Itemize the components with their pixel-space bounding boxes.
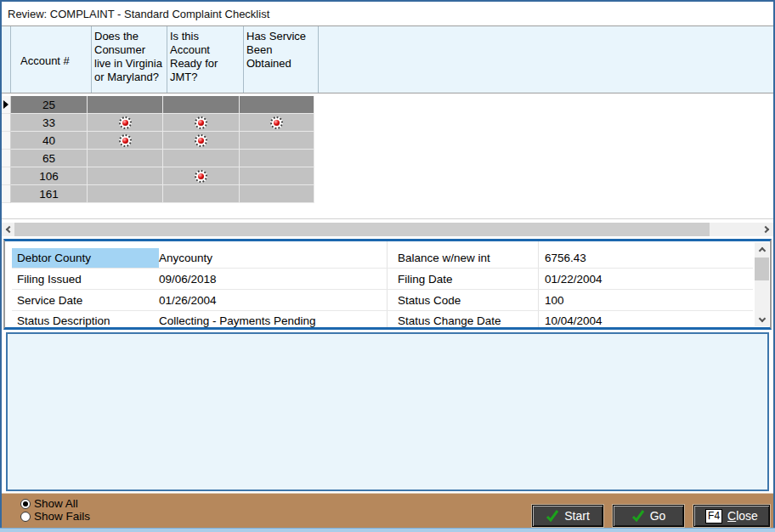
table-row[interactable]: 40 xyxy=(2,132,316,150)
start-button[interactable]: Start xyxy=(532,505,603,527)
vertical-scrollbar[interactable] xyxy=(755,242,769,326)
detail-field-value[interactable]: 01/22/2004 xyxy=(545,273,602,286)
target-icon xyxy=(119,116,132,129)
flag-cell[interactable] xyxy=(240,132,314,150)
detail-field-value[interactable]: 09/06/2018 xyxy=(159,273,217,286)
horizontal-scrollbar-thumb[interactable] xyxy=(14,223,710,236)
footer-bar: Show All Show Fails Start Go F4 Close xyxy=(2,493,773,528)
window-border xyxy=(0,528,775,532)
detail-field-label[interactable]: Filing Date xyxy=(398,273,453,286)
horizontal-scrollbar[interactable] xyxy=(2,223,773,236)
row-selector-header xyxy=(2,26,11,93)
f4-key-badge: F4 xyxy=(705,509,722,524)
account-cell[interactable]: 65 xyxy=(11,150,88,167)
detail-field-value[interactable]: 01/26/2004 xyxy=(159,294,217,307)
flag-cell[interactable] xyxy=(163,132,240,150)
radio-label: Show Fails xyxy=(34,510,90,523)
detail-field-label[interactable]: Status Description xyxy=(12,311,159,331)
flag-cell[interactable] xyxy=(88,167,163,185)
check-icon xyxy=(546,510,559,522)
detail-row: Debtor County Anycounty Balance w/new in… xyxy=(5,247,753,269)
vertical-scrollbar-thumb[interactable] xyxy=(755,258,769,280)
title-bar: Review: COMPLAINT - Standard Complaint C… xyxy=(2,2,773,25)
flag-cell[interactable] xyxy=(240,185,314,203)
scroll-up-icon[interactable] xyxy=(755,242,769,256)
grid-bottom-divider xyxy=(2,218,773,219)
row-selector-cell[interactable] xyxy=(2,167,11,185)
detail-field-label[interactable]: Filing Issued xyxy=(12,269,159,289)
detail-field-label[interactable]: Balance w/new int xyxy=(398,252,490,264)
radio-show-all[interactable]: Show All xyxy=(20,497,78,510)
detail-field-value[interactable]: 100 xyxy=(545,294,564,307)
column-header-service-obtained: Has Service Been Obtained xyxy=(244,26,319,93)
column-header-ready-jmt: Is this Account Ready for JMT? xyxy=(167,26,244,93)
column-header-account: Account # xyxy=(11,26,92,93)
flag-cell[interactable] xyxy=(163,96,240,114)
flag-cell[interactable] xyxy=(88,132,163,150)
row-selector-cell[interactable] xyxy=(2,132,11,150)
flag-cell[interactable] xyxy=(240,150,314,167)
detail-field-value[interactable]: Collecting - Payments Pending xyxy=(159,314,316,327)
column-header-filler xyxy=(319,26,773,93)
flag-cell[interactable] xyxy=(88,150,163,167)
detail-field-label[interactable]: Status Code xyxy=(398,294,461,307)
target-icon xyxy=(270,116,283,129)
flag-cell[interactable] xyxy=(163,185,240,203)
target-icon xyxy=(195,116,207,129)
column-header-consumer-state: Does the Consumer live in Virginia or Ma… xyxy=(92,26,167,93)
account-cell[interactable]: 106 xyxy=(11,167,88,185)
radio-button-icon[interactable] xyxy=(20,499,31,509)
start-button-label: Start xyxy=(564,509,590,523)
go-button-label: Go xyxy=(650,509,666,523)
scroll-left-icon[interactable] xyxy=(2,223,14,236)
window-border xyxy=(0,0,2,528)
scroll-down-icon[interactable] xyxy=(755,313,769,326)
account-cell[interactable]: 161 xyxy=(11,185,88,203)
detail-row: Service Date 01/26/2004 Status Code 100 xyxy=(5,290,753,311)
radio-show-fails[interactable]: Show Fails xyxy=(20,510,90,523)
detail-field-value[interactable]: Anycounty xyxy=(159,252,212,264)
flag-cell[interactable] xyxy=(88,185,163,203)
detail-field-label[interactable]: Status Change Date xyxy=(398,314,501,327)
account-cell[interactable]: 40 xyxy=(11,132,88,150)
detail-row: Filing Issued 09/06/2018 Filing Date 01/… xyxy=(5,269,753,290)
row-marker-icon xyxy=(3,100,8,109)
detail-field-label[interactable]: Debtor County xyxy=(12,248,159,268)
radio-button-icon[interactable] xyxy=(20,512,31,522)
close-button[interactable]: F4 Close xyxy=(693,505,770,527)
close-button-label: Close xyxy=(727,509,758,523)
flag-cell[interactable] xyxy=(240,167,314,185)
flag-cell[interactable] xyxy=(163,167,240,185)
window-title: Review: COMPLAINT - Standard Complaint C… xyxy=(2,8,269,20)
row-selector-cell[interactable] xyxy=(2,96,11,114)
row-selector-cell[interactable] xyxy=(2,114,11,132)
go-button[interactable]: Go xyxy=(613,505,684,527)
account-detail-panel: Debtor County Anycounty Balance w/new in… xyxy=(3,239,772,330)
detail-field-value[interactable]: 10/04/2004 xyxy=(545,314,602,327)
check-icon xyxy=(631,510,645,522)
row-selector-cell[interactable] xyxy=(2,185,11,203)
flag-cell[interactable] xyxy=(240,96,314,114)
flag-cell[interactable] xyxy=(163,150,240,167)
flag-cell[interactable] xyxy=(240,114,314,132)
table-row[interactable]: 25 xyxy=(2,96,316,114)
account-cell[interactable]: 33 xyxy=(11,114,88,132)
flag-cell[interactable] xyxy=(88,114,163,132)
table-row[interactable]: 65 xyxy=(2,150,316,167)
table-row[interactable]: 161 xyxy=(2,185,316,203)
table-row[interactable]: 106 xyxy=(2,167,316,185)
detail-field-value[interactable]: 6756.43 xyxy=(545,252,586,264)
row-selector-cell[interactable] xyxy=(2,150,11,167)
detail-field-label[interactable]: Service Date xyxy=(12,291,159,310)
flag-cell[interactable] xyxy=(88,96,163,114)
dialog-window: Review: COMPLAINT - Standard Complaint C… xyxy=(0,0,775,532)
checklist-grid: 25 33 40 65 106 xyxy=(2,96,316,203)
radio-label: Show All xyxy=(34,497,78,510)
flag-cell[interactable] xyxy=(163,114,240,132)
table-row[interactable]: 33 xyxy=(2,114,316,132)
target-icon xyxy=(195,134,207,147)
scroll-right-icon[interactable] xyxy=(761,223,773,236)
account-cell[interactable]: 25 xyxy=(11,96,88,114)
grid-header: Account # Does the Consumer live in Virg… xyxy=(2,25,773,93)
detail-row: Status Description Collecting - Payments… xyxy=(5,310,753,331)
